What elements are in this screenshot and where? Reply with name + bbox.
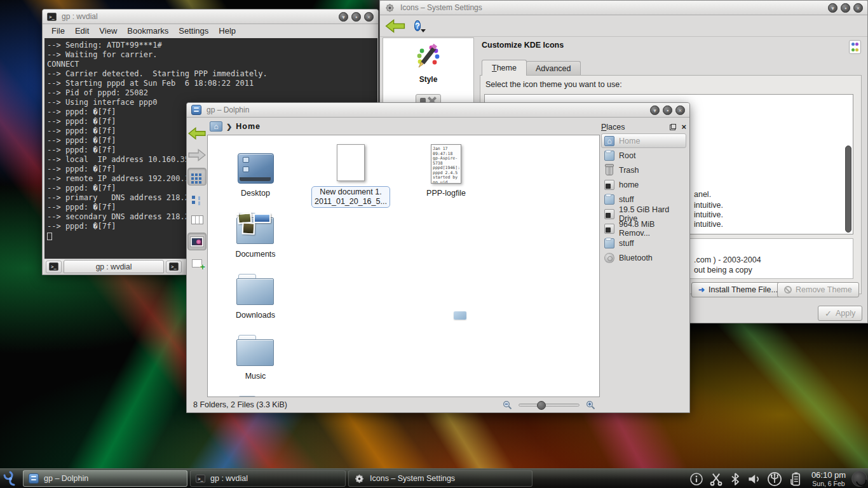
home-folder-icon[interactable]: ⌂ [210,121,222,132]
places-item[interactable]: Root [601,148,686,163]
folder-item[interactable]: Music [208,320,303,381]
konsole-tab[interactable]: gp : wvdial [64,260,164,273]
dolphin-titlebar[interactable]: gp – Dolphin ▾ ▪ × [187,103,689,118]
maximize-icon[interactable]: ▪ [351,12,361,22]
menu-item[interactable]: Help [214,25,241,36]
breadcrumb-home[interactable]: Home [236,122,261,131]
theme-list-text: intuitive. [694,201,723,210]
bluetooth-icon[interactable] [729,472,742,486]
folder-item[interactable]: Pictures [208,381,303,397]
zoom-slider-knob[interactable] [537,401,546,410]
apply-button[interactable]: ✓ Apply [818,306,862,321]
close-tab-button[interactable]: >_ [166,261,182,273]
close-panel-icon[interactable]: × [681,124,686,130]
maximize-icon[interactable]: ▪ [841,3,850,13]
places-item[interactable]: stuff [601,236,686,250]
terminal-line: --> Carrier detected. Starting PPP immed… [47,69,375,79]
menu-item[interactable]: Settings [173,25,214,36]
place-icon [606,165,613,175]
klipper-scissors-icon[interactable] [709,472,723,486]
menu-item[interactable]: Bookmarks [122,25,173,36]
places-item[interactable]: 964.8 MiB Remov... [601,221,686,236]
preview-button[interactable] [187,233,207,250]
dolphin-window: gp – Dolphin ▾ ▪ × ⌂ ❯ Home [186,102,690,413]
close-icon[interactable]: × [853,3,863,13]
details-view-button[interactable] [187,189,207,207]
places-item[interactable]: Bluetooth [601,250,686,265]
install-theme-button[interactable]: ➜ Install Theme File... [691,282,785,297]
scrollbar[interactable] [845,146,851,233]
place-label: Home [619,137,640,146]
place-icon [604,180,614,190]
tab-theme[interactable]: Theme [482,60,527,76]
system-tray [689,471,802,487]
places-item[interactable]: Trash [601,163,686,177]
app-launcher-button[interactable] [1,470,20,488]
desktop-wallpaper: >_ gp : wvdial ▾ ▪ × FileEditViewBookmar… [0,0,868,488]
terminal-line: CONNECT [47,60,375,69]
dolphin-file-view[interactable]: Desktop Documents Downloads [207,135,600,397]
folder-item[interactable]: Downloads [208,259,303,320]
volume-icon[interactable] [747,472,761,486]
close-icon[interactable]: × [364,12,374,22]
new-tab-button[interactable]: >_ [46,261,62,273]
help-button[interactable]: ? [414,20,421,32]
sidebar-item-style[interactable]: Style [383,38,473,84]
folder-item[interactable]: Desktop [208,137,303,198]
close-icon[interactable]: × [675,105,685,115]
clock-time: 06:10 pm [806,470,851,480]
back-button[interactable] [187,125,207,142]
columns-view-button[interactable] [187,211,207,229]
minimize-icon[interactable]: ▾ [828,3,837,13]
usb-device-icon[interactable] [767,471,782,487]
info-tray-icon[interactable] [689,472,703,486]
zoom-out-icon[interactable] [503,400,512,410]
tab-advanced[interactable]: Advanced [526,61,581,76]
folder-item[interactable]: Documents [208,198,303,259]
taskbar-task-system-settings[interactable]: Icons – System Settings [348,470,532,487]
menu-item[interactable]: Edit [70,25,94,36]
back-button[interactable] [385,18,405,34]
menu-item[interactable]: View [94,25,122,36]
file-item[interactable]: Jan 17 09:47:18 gp-Aspire-5738 pppd[1946… [398,137,494,208]
icons-view-button[interactable] [187,168,207,186]
file-grid: Desktop Documents Downloads [208,135,599,208]
place-label: stuff [619,195,634,204]
places-item[interactable]: home [601,177,686,192]
file-label: PPP-logfile [426,189,466,198]
terminal-line: --> Sending: ATDT*99***1# [47,41,375,50]
clock[interactable]: 06:10 pm Sun, 6 Feb [806,470,851,487]
battery-icon[interactable] [788,471,802,487]
icons-view-icon [191,173,194,176]
minimize-icon[interactable]: ▾ [339,12,348,22]
minimize-icon[interactable]: ▾ [650,105,660,115]
folder-label: Music [245,372,266,381]
taskbar-task-wvdial[interactable]: >_ gp : wvdial [190,470,346,487]
folder-label: Desktop [241,189,270,198]
select-theme-label: Select the icon theme you want to use: [485,80,622,89]
system-settings-titlebar[interactable]: Icons – System Settings ▾ ▪ × [380,1,867,15]
float-panel-icon[interactable] [670,124,676,130]
file-item-selected[interactable]: New document 1.2011_01_20_16_5... [303,137,398,208]
places-item[interactable]: ⌂ Home [601,133,686,148]
konsole-titlebar[interactable]: >_ gp : wvdial ▾ ▪ × [43,10,378,24]
taskbar: gp – Dolphin >_ gp : wvdial Icons – Syst… [0,468,868,488]
zoom-in-icon[interactable] [586,400,595,410]
columns-view-icon [191,215,203,224]
taskbar-task-dolphin[interactable]: gp – Dolphin [23,470,187,487]
system-settings-toolbar: ? [380,15,867,37]
place-label: Trash [619,166,639,175]
split-view-button[interactable] [187,254,207,272]
forward-button[interactable] [187,146,207,164]
theme-list-text: intuitive. [694,220,723,229]
maximize-icon[interactable]: ▪ [663,105,672,115]
konsole-title: gp : wvdial [62,12,98,21]
panel-toolbox-cashew[interactable] [851,471,867,487]
terminal-line: --> Pid of pppd: 25082 [47,88,375,98]
zoom-slider[interactable] [519,403,580,407]
menu-item[interactable]: File [46,25,70,36]
remove-theme-button[interactable]: Remove Theme [777,282,859,297]
overview-icon[interactable] [849,40,861,54]
gear-icon [384,3,395,13]
clock-date: Sun, 6 Feb [806,480,851,487]
